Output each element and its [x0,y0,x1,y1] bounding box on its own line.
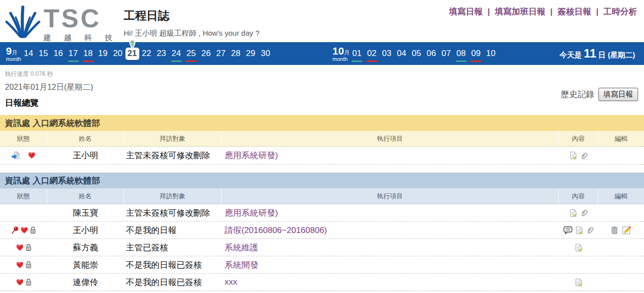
calendar-day-07[interactable]: 07 [439,47,454,60]
heart-icon [16,261,24,269]
section-title: 資訊處 入口網系統軟體部 [0,115,644,131]
calendar-day-06[interactable]: 06 [424,47,439,60]
pencil-icon[interactable] [622,226,632,234]
table-header-row: 狀態姓名拜訪對象執行項目內容編輯 [0,131,644,147]
visit-status: 不是我的日報已簽核 [124,277,222,288]
calendar-day-27[interactable]: 27 [214,47,229,60]
calendar-day-18[interactable]: 18 [81,47,96,60]
task-link[interactable]: 應用系統研發) [222,207,559,219]
greeting-text: Hi! 王小明 超級工程師 , How's your day ? [124,29,260,38]
calendar-day-09[interactable]: 09 [468,47,483,60]
calendar-day-26[interactable]: 26 [199,47,214,60]
lock-icon [25,243,32,251]
fill-report-button[interactable]: 填寫日報 [598,88,638,101]
heart-icon [20,227,28,234]
calendar-day-30[interactable]: 30 [258,47,273,60]
employee-name: 王小明 [47,150,124,161]
status-cell [0,151,47,160]
red-day-marker [186,60,196,62]
logo-text: TSC [44,7,118,30]
doc-export-icon[interactable] [11,151,20,160]
task-link[interactable]: 請假(20160806~20160806) [222,225,559,236]
map-pin-icon [128,39,136,52]
column-header: 內容 [559,188,598,204]
calendar-day-28[interactable]: 28 [229,47,243,60]
table-row: 連偉伶不是我的日報已簽核xxx [0,274,644,291]
nav-link-3[interactable]: 簽核日報 [558,6,591,17]
visit-status: 不是我的日報已簽核 [124,259,222,271]
paperclip-icon[interactable] [580,152,588,160]
calendar-day-21-selected[interactable]: 21 [125,48,139,60]
content-cell [559,243,598,252]
day-number: 30 [261,49,270,59]
content-cell [559,226,598,234]
calendar-day-29[interactable]: 29 [243,47,258,60]
day-number: 24 [172,49,181,59]
paperclip-icon[interactable] [580,209,588,217]
page-title: 日報總覽 [5,97,644,109]
doc-check-icon[interactable] [575,226,583,234]
calendar-day-15[interactable]: 15 [36,47,51,60]
day-number: 01 [352,49,361,59]
calendar-day-16[interactable]: 16 [51,47,66,60]
doc-check-icon[interactable] [569,209,577,217]
calendar-day-17[interactable]: 17 [66,47,81,60]
day-number: 17 [68,49,78,59]
doc-check-icon[interactable] [569,151,577,160]
logo-subtext: 建 越 科 技 [44,33,118,43]
table-header-row: 狀態姓名拜訪對象執行項目內容編輯 [0,188,644,204]
day-number: 07 [441,49,451,59]
history-link[interactable]: 歷史記錄 [561,89,594,100]
day-number: 19 [98,49,108,59]
calendar-day-05[interactable]: 05 [409,47,424,60]
calendar-day-10[interactable]: 10 [483,47,498,60]
calendar-day-24[interactable]: 24 [169,47,184,60]
employee-name: 連偉伶 [47,277,124,288]
doc-check-icon[interactable] [575,243,583,252]
day-number: 09 [471,49,480,59]
nav-separator: | [596,7,598,16]
task-link[interactable]: 系統開發 [222,259,559,271]
day-number: 04 [397,49,406,59]
calendar-day-20[interactable]: 20 [111,47,125,60]
status-strip: 執行速度 0.076 秒 2021年01月12日(星期二) 日報總覽 歷史記錄 … [0,65,644,115]
visit-status: 主管未簽核可修改刪除 [124,207,222,219]
pushpin-icon [11,226,19,234]
nav-link-1[interactable]: 填寫日報 [449,6,483,17]
calendar-day-02[interactable]: 02 [364,47,379,60]
table-row: 黃能崇不是我的日報已簽核系統開發 [0,256,644,274]
day-number: 26 [201,49,211,59]
calendar-day-04[interactable]: 04 [394,47,409,60]
visit-status: 主管已簽核 [124,242,222,253]
calendar-day-23[interactable]: 23 [154,47,169,60]
calendar-day-19[interactable]: 19 [96,47,111,60]
app-title: 工程日誌 [124,8,260,23]
status-cell [0,278,47,286]
nav-link-2[interactable]: 填寫加班日報 [495,6,545,17]
top-nav: 填寫日報|填寫加班日報|簽核日報|工時分析 [449,6,637,17]
heart-icon [16,279,24,286]
calendar-day-25[interactable]: 25 [184,47,199,60]
content-cell [559,151,598,160]
red-day-marker [366,60,377,62]
teal-day-marker [171,60,181,62]
task-link[interactable]: 系統維護 [222,242,559,253]
employee-name: 蘇方義 [47,242,124,253]
doc-check-icon[interactable] [575,278,583,287]
calendar-day-14[interactable]: 14 [21,47,36,60]
day-number: 25 [186,49,196,59]
column-header: 狀態 [0,188,47,204]
day-number: 27 [216,49,226,59]
red-day-marker [83,60,93,62]
calendar-day-08[interactable]: 08 [454,47,468,60]
calendar-day-01[interactable]: 01 [350,47,364,60]
comment-icon[interactable] [563,226,573,234]
nav-link-4[interactable]: 工時分析 [603,6,637,17]
task-link[interactable]: xxx [222,277,559,287]
trash-icon[interactable] [611,226,618,234]
paperclip-icon[interactable] [585,226,594,234]
task-link[interactable]: 應用系統研發) [222,150,559,161]
calendar-day-22[interactable]: 22 [139,47,154,60]
calendar-day-03[interactable]: 03 [379,47,394,60]
table-row: 王小明主管未簽核可修改刪除應用系統研發) [0,147,644,165]
